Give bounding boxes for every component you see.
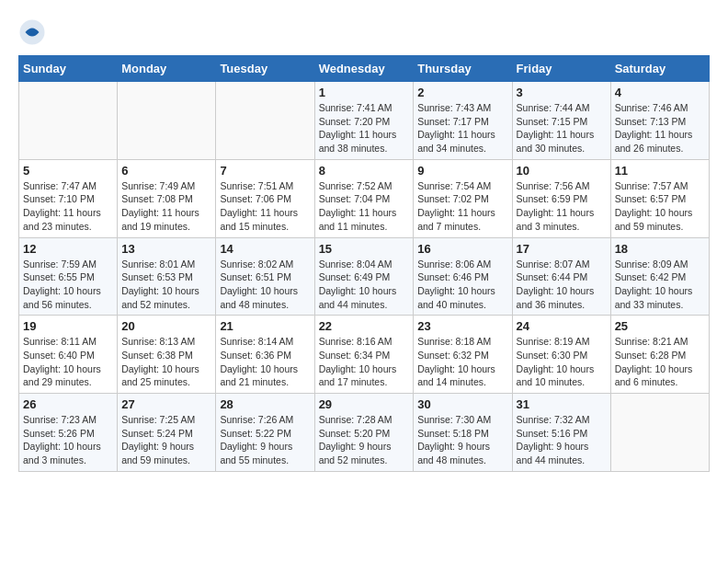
day-number: 10 bbox=[517, 164, 607, 178]
day-number: 16 bbox=[417, 242, 507, 256]
day-number: 11 bbox=[615, 164, 705, 178]
day-info: Sunrise: 7:57 AM Sunset: 6:57 PM Dayligh… bbox=[615, 179, 705, 234]
day-number: 18 bbox=[615, 242, 705, 256]
calendar-cell: 17Sunrise: 8:07 AM Sunset: 6:44 PM Dayli… bbox=[512, 237, 610, 316]
day-info: Sunrise: 8:07 AM Sunset: 6:44 PM Dayligh… bbox=[517, 258, 607, 312]
calendar-cell: 19Sunrise: 8:11 AM Sunset: 6:40 PM Dayli… bbox=[19, 316, 118, 394]
calendar-week-row: 19Sunrise: 8:11 AM Sunset: 6:40 PM Dayli… bbox=[19, 316, 710, 394]
calendar-cell: 4Sunrise: 7:46 AM Sunset: 7:13 PM Daylig… bbox=[610, 82, 709, 160]
day-number: 31 bbox=[517, 397, 607, 411]
day-number: 21 bbox=[220, 319, 310, 333]
day-info: Sunrise: 8:13 AM Sunset: 6:38 PM Dayligh… bbox=[121, 335, 211, 389]
day-info: Sunrise: 7:47 AM Sunset: 7:10 PM Dayligh… bbox=[23, 179, 113, 234]
day-number: 13 bbox=[121, 242, 211, 256]
weekday-header-row: SundayMondayTuesdayWednesdayThursdayFrid… bbox=[19, 56, 710, 82]
day-number: 28 bbox=[220, 397, 310, 411]
day-info: Sunrise: 7:49 AM Sunset: 7:08 PM Dayligh… bbox=[121, 179, 211, 234]
day-info: Sunrise: 8:14 AM Sunset: 6:36 PM Dayligh… bbox=[220, 335, 310, 389]
calendar-cell: 22Sunrise: 8:16 AM Sunset: 6:34 PM Dayli… bbox=[314, 316, 414, 394]
calendar-cell: 18Sunrise: 8:09 AM Sunset: 6:42 PM Dayli… bbox=[610, 237, 709, 316]
weekday-header-wednesday: Wednesday bbox=[314, 56, 414, 82]
day-info: Sunrise: 8:04 AM Sunset: 6:49 PM Dayligh… bbox=[319, 258, 410, 312]
day-info: Sunrise: 7:44 AM Sunset: 7:15 PM Dayligh… bbox=[517, 101, 607, 155]
calendar-cell: 1Sunrise: 7:41 AM Sunset: 7:20 PM Daylig… bbox=[314, 82, 414, 160]
page-header bbox=[18, 18, 710, 46]
day-number: 9 bbox=[417, 164, 507, 178]
calendar-cell: 15Sunrise: 8:04 AM Sunset: 6:49 PM Dayli… bbox=[314, 237, 414, 316]
calendar-cell: 10Sunrise: 7:56 AM Sunset: 6:59 PM Dayli… bbox=[512, 159, 610, 237]
calendar-cell: 30Sunrise: 7:30 AM Sunset: 5:18 PM Dayli… bbox=[414, 394, 512, 472]
calendar-table: SundayMondayTuesdayWednesdayThursdayFrid… bbox=[18, 55, 710, 472]
day-number: 23 bbox=[417, 319, 507, 333]
day-info: Sunrise: 7:43 AM Sunset: 7:17 PM Dayligh… bbox=[417, 101, 507, 155]
calendar-week-row: 12Sunrise: 7:59 AM Sunset: 6:55 PM Dayli… bbox=[19, 237, 710, 316]
calendar-cell: 26Sunrise: 7:23 AM Sunset: 5:26 PM Dayli… bbox=[19, 394, 118, 472]
day-number: 22 bbox=[319, 319, 410, 333]
weekday-header-friday: Friday bbox=[512, 56, 610, 82]
day-info: Sunrise: 8:01 AM Sunset: 6:53 PM Dayligh… bbox=[121, 258, 211, 312]
calendar-cell: 16Sunrise: 8:06 AM Sunset: 6:46 PM Dayli… bbox=[414, 237, 512, 316]
day-number: 14 bbox=[220, 242, 310, 256]
day-info: Sunrise: 7:51 AM Sunset: 7:06 PM Dayligh… bbox=[220, 179, 310, 234]
calendar-cell: 21Sunrise: 8:14 AM Sunset: 6:36 PM Dayli… bbox=[216, 316, 314, 394]
calendar-cell: 6Sunrise: 7:49 AM Sunset: 7:08 PM Daylig… bbox=[118, 159, 216, 237]
calendar-cell bbox=[118, 82, 216, 160]
day-number: 25 bbox=[615, 319, 705, 333]
day-number: 19 bbox=[23, 319, 113, 333]
day-info: Sunrise: 7:46 AM Sunset: 7:13 PM Dayligh… bbox=[615, 101, 705, 155]
calendar-cell: 11Sunrise: 7:57 AM Sunset: 6:57 PM Dayli… bbox=[610, 159, 709, 237]
calendar-cell: 5Sunrise: 7:47 AM Sunset: 7:10 PM Daylig… bbox=[19, 159, 118, 237]
calendar-cell: 13Sunrise: 8:01 AM Sunset: 6:53 PM Dayli… bbox=[118, 237, 216, 316]
day-number: 1 bbox=[319, 86, 410, 99]
calendar-week-row: 26Sunrise: 7:23 AM Sunset: 5:26 PM Dayli… bbox=[19, 394, 710, 472]
day-number: 7 bbox=[220, 164, 310, 178]
day-number: 2 bbox=[417, 86, 507, 99]
calendar-cell: 31Sunrise: 7:32 AM Sunset: 5:16 PM Dayli… bbox=[512, 394, 610, 472]
day-number: 30 bbox=[417, 397, 507, 411]
logo-icon bbox=[18, 18, 46, 46]
day-number: 5 bbox=[23, 164, 113, 178]
day-number: 27 bbox=[121, 397, 211, 411]
day-info: Sunrise: 7:59 AM Sunset: 6:55 PM Dayligh… bbox=[23, 258, 113, 312]
calendar-cell bbox=[610, 394, 709, 472]
day-info: Sunrise: 7:25 AM Sunset: 5:24 PM Dayligh… bbox=[121, 413, 211, 467]
day-number: 26 bbox=[23, 397, 113, 411]
weekday-header-saturday: Saturday bbox=[610, 56, 709, 82]
calendar-week-row: 1Sunrise: 7:41 AM Sunset: 7:20 PM Daylig… bbox=[19, 82, 710, 160]
day-number: 24 bbox=[517, 319, 607, 333]
calendar-cell bbox=[19, 82, 118, 160]
day-number: 3 bbox=[517, 86, 607, 99]
calendar-week-row: 5Sunrise: 7:47 AM Sunset: 7:10 PM Daylig… bbox=[19, 159, 710, 237]
calendar-cell: 20Sunrise: 8:13 AM Sunset: 6:38 PM Dayli… bbox=[118, 316, 216, 394]
day-info: Sunrise: 8:19 AM Sunset: 6:30 PM Dayligh… bbox=[517, 335, 607, 389]
weekday-header-monday: Monday bbox=[118, 56, 216, 82]
day-number: 29 bbox=[319, 397, 410, 411]
calendar-cell: 24Sunrise: 8:19 AM Sunset: 6:30 PM Dayli… bbox=[512, 316, 610, 394]
day-info: Sunrise: 7:41 AM Sunset: 7:20 PM Dayligh… bbox=[319, 101, 410, 155]
calendar-cell: 7Sunrise: 7:51 AM Sunset: 7:06 PM Daylig… bbox=[216, 159, 314, 237]
day-number: 12 bbox=[23, 242, 113, 256]
day-info: Sunrise: 8:09 AM Sunset: 6:42 PM Dayligh… bbox=[615, 258, 705, 312]
day-info: Sunrise: 7:23 AM Sunset: 5:26 PM Dayligh… bbox=[23, 413, 113, 467]
day-info: Sunrise: 7:30 AM Sunset: 5:18 PM Dayligh… bbox=[417, 413, 507, 467]
day-info: Sunrise: 8:11 AM Sunset: 6:40 PM Dayligh… bbox=[23, 335, 113, 389]
calendar-cell bbox=[216, 82, 314, 160]
day-number: 15 bbox=[319, 242, 410, 256]
day-number: 20 bbox=[121, 319, 211, 333]
weekday-header-sunday: Sunday bbox=[19, 56, 118, 82]
weekday-header-thursday: Thursday bbox=[414, 56, 512, 82]
day-info: Sunrise: 8:16 AM Sunset: 6:34 PM Dayligh… bbox=[319, 335, 410, 389]
calendar-cell: 29Sunrise: 7:28 AM Sunset: 5:20 PM Dayli… bbox=[314, 394, 414, 472]
calendar-cell: 14Sunrise: 8:02 AM Sunset: 6:51 PM Dayli… bbox=[216, 237, 314, 316]
day-number: 6 bbox=[121, 164, 211, 178]
calendar-cell: 2Sunrise: 7:43 AM Sunset: 7:17 PM Daylig… bbox=[414, 82, 512, 160]
day-info: Sunrise: 7:28 AM Sunset: 5:20 PM Dayligh… bbox=[319, 413, 410, 467]
day-info: Sunrise: 8:18 AM Sunset: 6:32 PM Dayligh… bbox=[417, 335, 507, 389]
day-info: Sunrise: 8:02 AM Sunset: 6:51 PM Dayligh… bbox=[220, 258, 310, 312]
weekday-header-tuesday: Tuesday bbox=[216, 56, 314, 82]
day-info: Sunrise: 7:56 AM Sunset: 6:59 PM Dayligh… bbox=[517, 179, 607, 234]
day-info: Sunrise: 7:52 AM Sunset: 7:04 PM Dayligh… bbox=[319, 179, 410, 234]
calendar-cell: 28Sunrise: 7:26 AM Sunset: 5:22 PM Dayli… bbox=[216, 394, 314, 472]
calendar-cell: 12Sunrise: 7:59 AM Sunset: 6:55 PM Dayli… bbox=[19, 237, 118, 316]
calendar-cell: 8Sunrise: 7:52 AM Sunset: 7:04 PM Daylig… bbox=[314, 159, 414, 237]
